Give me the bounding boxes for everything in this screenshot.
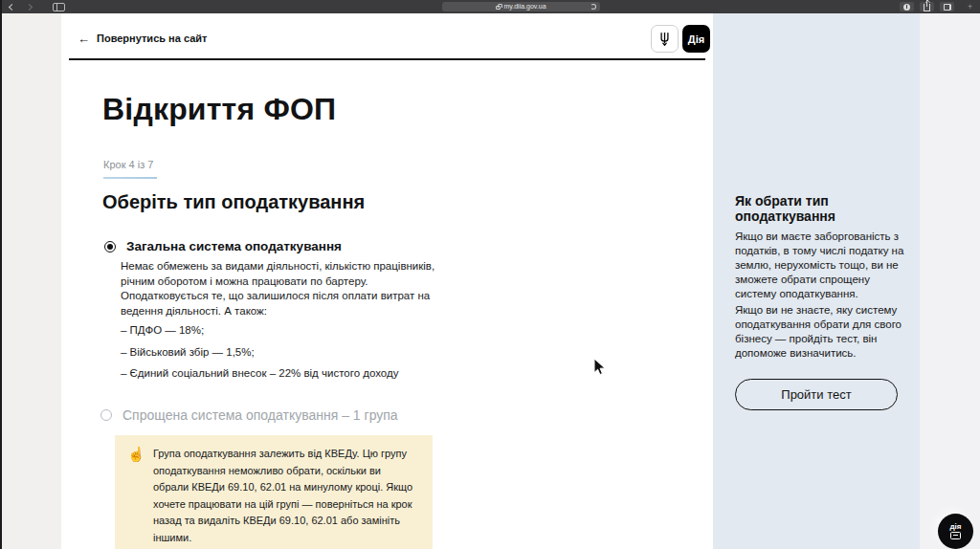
bullet-item: – Єдиний соціальний внесок – 22% від чис…	[121, 366, 398, 381]
sidebar-paragraph: Якщо ви маєте заборгованість з податків,…	[735, 230, 913, 301]
tabs-icon	[944, 4, 951, 11]
radio-option-label: Загальна система оподаткування	[126, 239, 342, 253]
browser-tabs-button[interactable]	[940, 2, 954, 11]
radio-selected-icon[interactable]	[104, 241, 116, 253]
chat-fab-label: дія	[950, 523, 962, 531]
step-progress-underline	[103, 177, 157, 179]
bullet-item: – ПДФО — 18%;	[121, 323, 398, 338]
browser-chrome: my.diia.gov.ua +	[0, 0, 980, 13]
tax-bullet-list: – ПДФО — 18%; – Військовий збір — 1,5%; …	[121, 323, 398, 388]
radio-unselected-icon[interactable]	[100, 409, 112, 421]
url-text: my.diia.gov.ua	[503, 2, 546, 11]
kved-warning-notice: ☝ Група оподаткування залежить від КВЕДу…	[115, 435, 433, 549]
diia-wordmark-label: Дія	[688, 33, 704, 45]
left-gutter	[0, 13, 61, 549]
browser-badge-button[interactable]	[900, 2, 914, 11]
step-indicator: Крок 4 із 7	[103, 159, 153, 170]
browser-sidebar-toggle-icon[interactable]	[53, 3, 65, 11]
browser-forward-icon[interactable]	[23, 2, 34, 11]
url-bar[interactable]: my.diia.gov.ua	[442, 2, 600, 11]
sidebar-paragraph: Якщо ви не знаєте, яку систему оподаткув…	[735, 303, 913, 361]
back-arrow-icon: ←	[78, 33, 90, 44]
share-icon	[924, 4, 930, 11]
screen: my.diia.gov.ua + ← Повернутись на сайт Д…	[0, 0, 980, 549]
sidebar-heading: Як обрати тип оподаткування	[735, 193, 883, 224]
header-divider	[69, 58, 705, 60]
option-description: Немає обмежень за видами діяльності, кіл…	[121, 259, 457, 318]
badge-icon	[903, 4, 910, 11]
notice-text: Група оподаткування залежить від КВЕДу. …	[153, 446, 419, 547]
new-tab-icon[interactable]: +	[968, 3, 972, 11]
section-heading: Оберіть тип оподаткування	[102, 191, 365, 213]
browser-back-icon[interactable]	[6, 2, 17, 11]
trident-icon	[651, 25, 679, 53]
right-gutter: дія	[920, 13, 980, 549]
browser-share-button[interactable]	[920, 2, 934, 11]
chat-window-icon	[950, 532, 961, 539]
reload-icon[interactable]	[590, 4, 596, 10]
chevron-right-icon	[25, 3, 32, 10]
take-test-button[interactable]: Пройти тест	[735, 379, 898, 410]
help-sidebar: Як обрати тип оподаткування Якщо ви маєт…	[713, 13, 920, 549]
screen-edge	[0, 0, 2, 549]
chevron-left-icon	[8, 3, 14, 10]
back-link-label: Повернутись на сайт	[97, 33, 207, 44]
radio-dot	[107, 244, 113, 250]
diia-logo: Дія	[651, 25, 710, 53]
lock-icon	[496, 6, 501, 10]
radio-option-general-tax[interactable]: Загальна система оподаткування	[104, 239, 342, 253]
radio-option-simplified-group1[interactable]: Спрощена система оподаткування – 1 група	[100, 407, 398, 423]
pointing-up-emoji-icon: ☝	[127, 446, 146, 547]
diia-wordmark: Дія	[682, 25, 710, 53]
page-title: Відкриття ФОП	[102, 92, 336, 127]
bullet-item: – Військовий збір — 1,5%;	[121, 345, 398, 360]
main-content: ← Повернутись на сайт Дія Відкриття ФОП …	[61, 13, 713, 549]
radio-option-label: Спрощена система оподаткування – 1 група	[122, 407, 398, 423]
back-to-site-link[interactable]: ← Повернутись на сайт	[78, 33, 207, 44]
diia-chat-fab[interactable]: дія	[938, 514, 973, 549]
